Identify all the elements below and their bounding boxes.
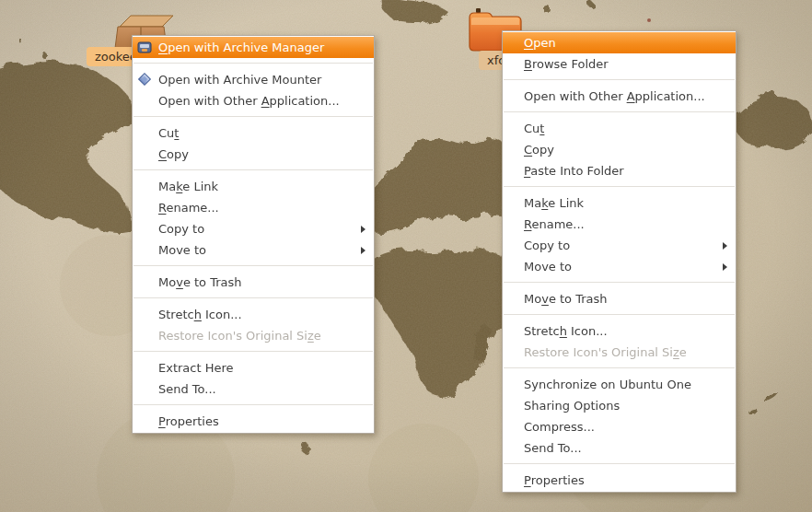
- menu-item-make-link[interactable]: Make Link: [133, 176, 374, 197]
- menu-item-restore-icon-s-original-size: Restore Icon's Original Size: [503, 342, 736, 363]
- menu-separator: [133, 111, 374, 122]
- menu-separator: [503, 181, 736, 192]
- menu-item-label: Properties: [158, 414, 219, 428]
- menu-item-label: Send To...: [158, 382, 216, 396]
- menu-item-label: Open with Other Application...: [158, 94, 340, 108]
- menu-separator: [503, 363, 736, 374]
- menu-item-browse-folder[interactable]: Browse Folder: [503, 53, 736, 75]
- menu-item-label: Open with Other Application...: [524, 89, 705, 103]
- menu-item-label: Make Link: [158, 180, 218, 193]
- menu-item-restore-icon-s-original-size: Restore Icon's Original Size: [133, 325, 374, 346]
- submenu-arrow-icon: [723, 242, 727, 250]
- menu-item-send-to[interactable]: Send To...: [503, 437, 736, 459]
- menu-item-label: Cut: [524, 122, 544, 135]
- menu-item-label: Open with Archive Mounter: [158, 73, 321, 87]
- context-menu-archive: Open with Archive ManagerOpen with Archi…: [132, 35, 375, 434]
- menu-item-rename[interactable]: Rename...: [503, 214, 736, 235]
- menu-item-rename[interactable]: Rename...: [133, 197, 374, 218]
- menu-separator: [133, 58, 374, 69]
- menu-item-label: Extract Here: [158, 361, 234, 375]
- menu-item-synchronize-on-ubuntu-one[interactable]: Synchronize on Ubuntu One: [503, 374, 736, 395]
- menu-separator: [503, 309, 736, 320]
- menu-item-compress[interactable]: Compress...: [503, 416, 736, 437]
- menu-item-properties[interactable]: Properties: [503, 470, 736, 491]
- menu-separator: [503, 459, 736, 470]
- menu-item-label: Properties: [524, 473, 585, 487]
- menu-item-move-to[interactable]: Move to: [503, 256, 736, 277]
- menu-item-label: Move to: [524, 260, 572, 273]
- menu-item-label: Stretch Icon...: [524, 324, 608, 338]
- menu-item-label: Browse Folder: [524, 57, 609, 71]
- menu-item-open-with-archive-manager[interactable]: Open with Archive Manager: [133, 37, 374, 58]
- menu-item-make-link[interactable]: Make Link: [503, 192, 736, 214]
- submenu-arrow-icon: [723, 263, 727, 271]
- submenu-arrow-icon: [361, 226, 365, 233]
- menu-separator: [133, 400, 374, 411]
- menu-item-label: Make Link: [524, 196, 584, 210]
- menu-item-label: Move to Trash: [158, 275, 242, 289]
- menu-item-label: Move to: [158, 243, 206, 257]
- menu-item-label: Send To...: [524, 441, 582, 455]
- menu-item-extract-here[interactable]: Extract Here: [133, 357, 374, 378]
- menu-item-label: Cut: [158, 126, 179, 140]
- menu-item-stretch-icon[interactable]: Stretch Icon...: [503, 320, 736, 342]
- menu-item-label: Open with Archive Manager: [158, 41, 324, 54]
- menu-item-properties[interactable]: Properties: [133, 411, 374, 432]
- menu-item-move-to-trash[interactable]: Move to Trash: [503, 288, 736, 309]
- menu-item-open-with-other-application[interactable]: Open with Other Application...: [503, 86, 736, 107]
- menu-item-open-with-archive-mounter[interactable]: Open with Archive Mounter: [133, 69, 374, 90]
- archive-mounter-icon: [137, 72, 152, 87]
- menu-item-copy-to[interactable]: Copy to: [503, 235, 736, 256]
- menu-item-label: Copy to: [158, 222, 204, 236]
- menu-item-label: Copy: [158, 147, 189, 161]
- menu-item-label: Sharing Options: [524, 399, 620, 413]
- menu-item-label: Compress...: [524, 420, 595, 434]
- menu-item-cut[interactable]: Cut: [133, 122, 374, 144]
- menu-item-label: Copy to: [524, 239, 570, 252]
- menu-separator: [503, 107, 736, 118]
- menu-item-label: Stretch Icon...: [158, 308, 242, 321]
- menu-separator: [133, 165, 374, 176]
- menu-item-move-to-trash[interactable]: Move to Trash: [133, 272, 374, 293]
- menu-item-label: Paste Into Folder: [524, 164, 624, 178]
- menu-separator: [503, 75, 736, 86]
- context-menu-folder: OpenBrowse FolderOpen with Other Applica…: [502, 30, 737, 493]
- menu-item-label: Restore Icon's Original Size: [524, 345, 687, 359]
- menu-item-label: Open: [524, 36, 556, 50]
- menu-separator: [133, 346, 374, 357]
- menu-item-cut[interactable]: Cut: [503, 118, 736, 139]
- menu-item-send-to[interactable]: Send To...: [133, 378, 374, 400]
- menu-item-label: Rename...: [158, 201, 219, 215]
- menu-item-sharing-options[interactable]: Sharing Options: [503, 395, 736, 416]
- menu-item-label: Synchronize on Ubuntu One: [524, 378, 691, 391]
- menu-item-copy[interactable]: Copy: [503, 139, 736, 160]
- menu-separator: [503, 277, 736, 288]
- menu-item-paste-into-folder[interactable]: Paste Into Folder: [503, 160, 736, 181]
- menu-separator: [133, 293, 374, 304]
- menu-item-copy-to[interactable]: Copy to: [133, 218, 374, 239]
- submenu-arrow-icon: [361, 247, 365, 254]
- archive-manager-icon: [137, 40, 152, 54]
- menu-item-copy[interactable]: Copy: [133, 144, 374, 165]
- menu-separator: [133, 261, 374, 272]
- menu-item-label: Restore Icon's Original Size: [158, 329, 321, 343]
- menu-item-label: Copy: [524, 143, 554, 157]
- menu-item-label: Rename...: [524, 217, 585, 231]
- menu-item-move-to[interactable]: Move to: [133, 239, 374, 261]
- menu-item-label: Move to Trash: [524, 292, 608, 306]
- menu-item-open[interactable]: Open: [503, 32, 736, 53]
- menu-item-open-with-other-application[interactable]: Open with Other Application...: [133, 90, 374, 111]
- menu-item-stretch-icon[interactable]: Stretch Icon...: [133, 304, 374, 325]
